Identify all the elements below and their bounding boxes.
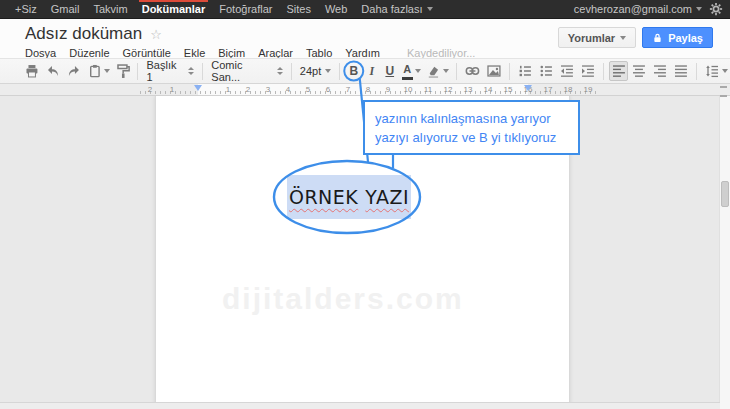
ruler-number: 10 [404,85,413,94]
google-bar: +Siz Gmail Takvim Dokümanlar Fotoğraflar… [0,0,730,19]
justify-icon [673,63,689,79]
numbered-list-icon [517,63,533,79]
line-spacing-button[interactable] [702,61,730,81]
share-button[interactable]: Paylaş [642,27,713,48]
ruler-number: 3 [266,85,270,94]
toolbar-separator [291,63,292,80]
ruler-number: 15 [504,85,513,94]
chevron-down-icon [104,69,110,73]
comments-button[interactable]: Yorumlar [558,27,636,48]
topbar-item-dokumanlar[interactable]: Dokümanlar [135,0,213,18]
topbar-item-more[interactable]: Daha fazlası [354,0,439,18]
chevron-down-icon [722,69,728,73]
document-title[interactable]: Adsız doküman [25,24,142,44]
paint-format-icon [115,63,131,79]
formatting-toolbar: Başlık 1 Comic San... 24pt B I U A [0,58,730,84]
watermark: dijitalders.com [222,282,464,316]
ruler-number: 18 [564,85,573,94]
selected-text[interactable]: ÖRNEKYAZI [287,175,411,219]
toolbar-separator [603,63,604,80]
print-button[interactable] [22,61,42,81]
chevron-down-icon [415,69,421,73]
underline-button[interactable]: U [381,61,398,81]
italic-button[interactable]: I [363,61,380,81]
justify-button[interactable] [671,61,691,81]
highlight-color-button[interactable] [424,61,451,81]
topbar-item-takvim[interactable]: Takvim [86,0,134,18]
ruler-number: 4 [286,85,290,94]
google-bar-account-area: cevherozan@gmail.com [574,0,730,18]
toolbar-separator [509,63,510,80]
updown-icon [277,67,283,75]
insert-image-button[interactable] [484,61,504,81]
vertical-scrollbar-thumb[interactable] [721,181,729,207]
bold-button[interactable]: B [345,61,362,81]
topbar-item-sites[interactable]: Sites [279,0,317,18]
topbar-item-web[interactable]: Web [318,0,354,18]
font-size-label: 24pt [300,65,321,77]
updown-icon [188,67,194,75]
highlighter-icon [426,64,441,79]
insert-image-icon [486,63,502,79]
paint-format-button[interactable] [113,61,133,81]
align-center-button[interactable] [629,61,649,81]
align-right-icon [652,63,668,79]
decrease-indent-button[interactable] [557,61,577,81]
topbar-item-fotograflar[interactable]: Fotoğraflar [212,0,279,18]
topbar-item-siz[interactable]: +Siz [8,0,44,18]
vertical-scrollbar[interactable] [719,96,730,409]
scroll-corner-icon[interactable] [720,86,727,97]
style-dropdown[interactable]: Başlık 1 [143,61,197,81]
account-menu[interactable]: cevherozan@gmail.com [574,3,702,15]
chevron-down-icon [696,7,702,11]
topbar-item-gmail[interactable]: Gmail [44,0,87,18]
ruler-number: 14 [484,85,493,94]
comments-label: Yorumlar [568,32,615,44]
text-color-button[interactable]: A [399,61,423,81]
ruler-number: 2 [246,85,250,94]
bulleted-list-button[interactable] [536,61,556,81]
line-spacing-icon [704,63,720,79]
gear-icon[interactable] [708,1,724,17]
star-icon[interactable]: ☆ [150,28,162,41]
insert-link-button[interactable] [462,61,483,81]
chevron-down-icon [620,36,626,40]
chevron-down-icon [427,7,433,11]
ruler-number: 8 [366,85,370,94]
toolbar-separator [696,63,697,80]
text-color-icon: A [402,62,413,80]
web-clipboard-button[interactable] [85,61,112,81]
align-right-button[interactable] [650,61,670,81]
underline-label: U [385,64,394,78]
horizontal-scrollbar[interactable] [0,402,720,409]
ruler: 2112345678910111213141516171819 [0,84,730,96]
document-word: ÖRNEK [289,186,358,208]
ruler-number: 1 [226,85,230,94]
decrease-indent-icon [559,63,575,79]
font-dropdown[interactable]: Comic San... [208,61,286,81]
bold-label: B [349,64,358,78]
ruler-number: 13 [464,85,473,94]
bulleted-list-icon [538,63,554,79]
ruler-number: 12 [444,85,453,94]
redo-button[interactable] [64,61,84,81]
ruler-number: 5 [306,85,310,94]
ruler-number: 9 [386,85,390,94]
callout-line-1: yazının kalınlaşmasına yarıyor [375,109,578,128]
document-word: YAZI [365,186,409,208]
redo-icon [66,63,82,79]
callout-box: yazının kalınlaşmasına yarıyor yazıyı al… [363,100,580,155]
ruler-number: 6 [326,85,330,94]
undo-button[interactable] [43,61,63,81]
numbered-list-button[interactable] [515,61,535,81]
right-indent-marker[interactable] [524,85,532,91]
increase-indent-icon [580,63,596,79]
printer-icon [24,63,40,79]
increase-indent-button[interactable] [578,61,598,81]
callout-line-2: yazıyı alıyoruz ve B yi tıklıyoruz [375,128,578,147]
left-indent-marker[interactable] [194,85,202,91]
toolbar-separator [137,63,138,80]
toolbar-separator [339,63,340,80]
font-size-dropdown[interactable]: 24pt [297,61,334,81]
align-left-button[interactable] [609,61,629,81]
